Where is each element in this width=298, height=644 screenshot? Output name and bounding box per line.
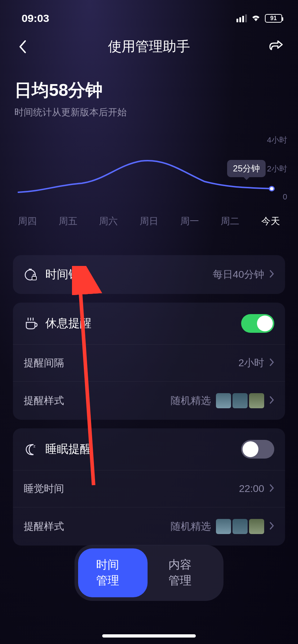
x-tick[interactable]: 周四 [18,215,37,227]
chevron-right-icon [269,484,274,494]
bottom-tab-bar: 时间管理 内容管理 [74,545,224,601]
x-tick-today[interactable]: 今天 [261,215,280,227]
break-reminder-card: 休息提醒 提醒间隔 2小时 提醒样式 随机精选 [13,303,285,420]
reminder-style-value: 随机精选 [171,394,211,408]
coffee-cup-icon [24,316,38,331]
sleep-time-label: 睡觉时间 [24,482,239,496]
reminder-interval-label: 提醒间隔 [24,356,238,370]
x-tick[interactable]: 周五 [59,215,77,227]
x-tick[interactable]: 周六 [99,215,118,227]
time-lock-row[interactable]: 时间锁 每日40分钟 [13,255,285,294]
summary-title: 日均58分钟 [14,79,284,102]
status-time: 09:03 [22,12,49,24]
sleep-time-value: 22:00 [239,483,264,494]
break-reminder-toggle[interactable] [241,314,274,333]
sleep-reminder-row[interactable]: z 睡眠提醒 [13,428,285,470]
sleep-time-row[interactable]: 睡觉时间 22:00 [13,470,285,507]
chevron-right-icon [269,396,274,406]
home-indicator[interactable] [102,634,196,638]
status-right: 91 [236,13,282,23]
reminder-style-row[interactable]: 提醒样式 随机精选 [13,381,285,420]
y-tick-2h: 2小时 [267,164,287,174]
break-reminder-row[interactable]: 休息提醒 [13,303,285,344]
svg-rect-2 [32,276,36,280]
reminder-style-label: 提醒样式 [24,394,171,408]
svg-point-0 [269,187,274,191]
reminder-interval-value: 2小时 [238,356,264,370]
signal-icon [236,14,247,22]
style-thumbnails [216,393,264,408]
page-title: 使用管理助手 [108,37,190,56]
tab-time-management[interactable]: 时间管理 [78,548,148,597]
break-reminder-label: 休息提醒 [45,316,241,331]
moon-sleep-icon: z [24,442,38,456]
sleep-style-label: 提醒样式 [24,520,171,533]
time-lock-card: 时间锁 每日40分钟 [13,255,285,294]
x-tick[interactable]: 周日 [140,215,158,227]
time-lock-value: 每日40分钟 [213,268,264,281]
chevron-right-icon [269,521,274,532]
y-tick-4h: 4小时 [267,135,287,146]
chevron-right-icon [269,358,274,368]
usage-chart[interactable]: 4小时 2小时 0 25分钟 周四 周五 周六 周日 周一 周二 今天 [14,133,284,234]
stopwatch-lock-icon [24,267,38,282]
style-thumbnails [216,519,264,534]
sleep-style-value: 随机精选 [171,520,211,533]
summary-subtitle: 时间统计从更新版本后开始 [14,106,284,119]
battery-icon: 91 [265,14,282,23]
sleep-reminder-toggle[interactable] [241,440,274,459]
tab-content-management[interactable]: 内容管理 [150,548,220,597]
status-bar: 09:03 91 [0,0,298,29]
svg-text:z: z [33,444,36,448]
sleep-reminder-card: z 睡眠提醒 睡觉时间 22:00 提醒样式 随机精选 [13,428,285,546]
back-button[interactable] [14,39,30,55]
x-tick[interactable]: 周二 [221,215,239,227]
sleep-reminder-label: 睡眠提醒 [45,441,241,457]
header: 使用管理助手 [0,29,298,64]
reminder-interval-row[interactable]: 提醒间隔 2小时 [13,344,285,381]
sleep-style-row[interactable]: 提醒样式 随机精选 [13,507,285,546]
y-tick-0: 0 [283,192,287,202]
share-button[interactable] [268,39,284,55]
wifi-icon [250,13,261,23]
x-axis: 周四 周五 周六 周日 周一 周二 今天 [14,215,284,227]
time-lock-label: 时间锁 [45,267,213,282]
chart-tooltip: 25分钟 [227,160,266,177]
summary: 日均58分钟 时间统计从更新版本后开始 [0,64,298,126]
chevron-right-icon [269,270,274,280]
x-tick[interactable]: 周一 [180,215,199,227]
